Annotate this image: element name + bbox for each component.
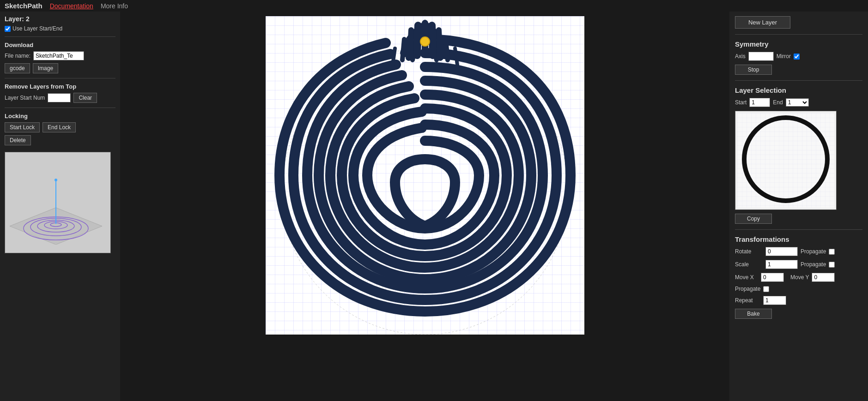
use-layer-start-end-checkbox[interactable]: [5, 26, 11, 32]
file-name-label: File name:: [5, 53, 30, 59]
move-y-input[interactable]: [812, 273, 835, 282]
documentation-link[interactable]: Documentation: [50, 2, 93, 10]
locking-label: Locking: [5, 113, 115, 120]
divider-r2: [735, 80, 862, 81]
move-row: Move X Move Y: [735, 273, 862, 282]
divider-2: [5, 78, 115, 78]
propagate-3-checkbox[interactable]: [763, 286, 769, 292]
layer-start-num-row: Layer Start Num Clear: [5, 93, 115, 103]
layer-start-num-input[interactable]: [48, 93, 71, 102]
scale-label: Scale: [735, 261, 763, 268]
right-panel: New Layer Symmetry Axis Mirror Stop Laye…: [729, 12, 868, 401]
canvas-area: [120, 12, 729, 401]
app-title: SketchPath: [5, 2, 42, 10]
3d-preview: [5, 152, 111, 253]
download-label: Download: [5, 42, 115, 48]
symmetry-row: Axis Mirror: [735, 52, 862, 61]
symmetry-title: Symmetry: [735, 40, 862, 48]
rotate-input[interactable]: [765, 247, 798, 256]
layer-title: Layer: 2: [5, 15, 115, 23]
move-y-label: Move Y: [790, 274, 809, 281]
axis-input[interactable]: [748, 52, 774, 61]
repeat-row: Repeat: [735, 296, 862, 305]
mirror-label: Mirror: [777, 53, 791, 60]
divider-r1: [735, 34, 862, 35]
bake-button[interactable]: Bake: [735, 309, 772, 319]
axis-label: Axis: [735, 53, 746, 60]
propagate-2-label: Propagate: [801, 261, 826, 268]
gcode-button[interactable]: gcode: [5, 63, 30, 73]
divider-r3: [735, 229, 862, 230]
main-layout: Layer: 2 Use Layer Start/End Download Fi…: [0, 12, 868, 401]
left-panel: Layer: 2 Use Layer Start/End Download Fi…: [0, 12, 120, 401]
propagate-1-label: Propagate: [801, 248, 826, 255]
top-nav: SketchPath Documentation More Info: [0, 0, 868, 12]
mirror-checkbox[interactable]: [794, 54, 800, 60]
layer-preview-box: [735, 111, 837, 210]
remove-layers-label: Remove Layers from Top: [5, 83, 115, 90]
propagate-1-checkbox[interactable]: [829, 249, 835, 255]
scale-row: Scale Propagate: [735, 260, 862, 269]
rotate-label: Rotate: [735, 248, 763, 255]
divider-3: [5, 108, 115, 108]
svg-point-9: [420, 37, 430, 46]
end-lock-button[interactable]: End Lock: [42, 122, 76, 132]
propagate-3-row: Propagate: [735, 286, 862, 292]
delete-row: Delete: [5, 135, 115, 145]
end-label: End: [773, 99, 783, 106]
image-button[interactable]: Image: [33, 63, 58, 73]
layer-selection-title: Layer Selection: [735, 86, 862, 94]
svg-point-7: [55, 179, 57, 181]
layer-start-num-label: Layer Start Num: [5, 95, 45, 101]
export-buttons-row: gcode Image: [5, 63, 115, 73]
filename-row: File name:: [5, 51, 115, 60]
transformations-title: Transformations: [735, 235, 862, 243]
propagate-3-label: Propagate: [735, 286, 760, 292]
use-layer-start-end-label: Use Layer Start/End: [12, 25, 62, 32]
delete-button[interactable]: Delete: [5, 135, 31, 145]
stop-button[interactable]: Stop: [735, 65, 772, 75]
svg-rect-11: [737, 113, 834, 208]
scale-input[interactable]: [765, 260, 798, 269]
copy-button[interactable]: Copy: [735, 214, 772, 224]
locking-buttons-row: Start Lock End Lock: [5, 122, 115, 132]
preview-svg: [5, 152, 107, 245]
divider-1: [5, 36, 115, 37]
end-select[interactable]: 1 2 3: [786, 98, 809, 107]
drawing-canvas[interactable]: [266, 16, 584, 335]
main-drawing-svg: [266, 16, 584, 335]
start-lock-button[interactable]: Start Lock: [5, 122, 40, 132]
use-layer-start-end-row: Use Layer Start/End: [5, 25, 115, 32]
start-label: Start: [735, 99, 747, 106]
start-input[interactable]: [749, 98, 770, 107]
rotate-row: Rotate Propagate: [735, 247, 862, 256]
new-layer-button[interactable]: New Layer: [735, 16, 790, 29]
repeat-input[interactable]: [763, 296, 786, 305]
clear-button[interactable]: Clear: [73, 93, 97, 103]
layer-preview-svg: [737, 113, 834, 208]
propagate-2-checkbox[interactable]: [829, 262, 835, 268]
move-x-input[interactable]: [761, 273, 784, 282]
filename-input[interactable]: [33, 51, 84, 60]
repeat-label: Repeat: [735, 297, 760, 304]
more-info-link[interactable]: More Info: [101, 2, 128, 10]
layer-selection-row: Start End 1 2 3: [735, 98, 862, 107]
move-x-label: Move X: [735, 274, 758, 281]
